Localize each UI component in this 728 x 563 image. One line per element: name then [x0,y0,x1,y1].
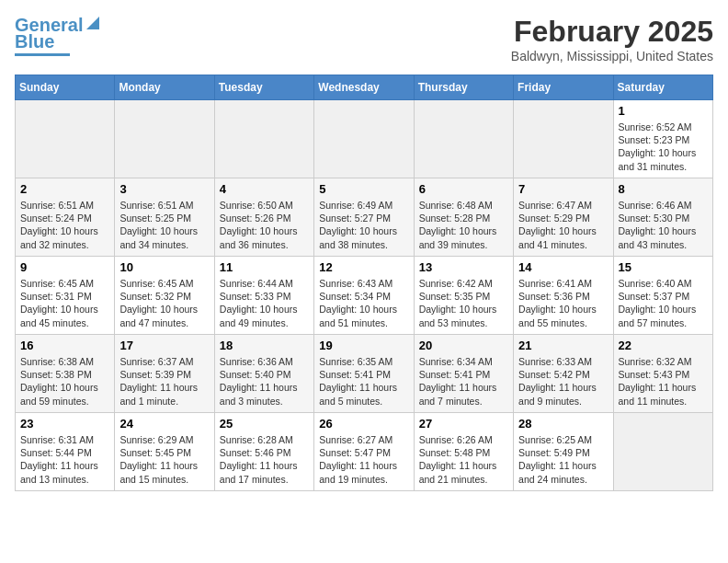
day-number: 2 [20,182,109,196]
day-cell-20: 20Sunrise: 6:34 AM Sunset: 5:41 PM Dayli… [414,335,513,413]
day-number: 4 [220,182,309,196]
day-cell-27: 27Sunrise: 6:26 AM Sunset: 5:48 PM Dayli… [414,413,513,491]
day-number: 26 [319,417,408,431]
day-number: 13 [419,260,508,274]
day-info: Sunrise: 6:50 AM Sunset: 5:26 PM Dayligh… [220,199,309,251]
day-info: Sunrise: 6:41 AM Sunset: 5:36 PM Dayligh… [518,277,608,329]
day-info: Sunrise: 6:49 AM Sunset: 5:27 PM Dayligh… [319,199,408,251]
day-info: Sunrise: 6:31 AM Sunset: 5:44 PM Dayligh… [20,433,109,486]
day-cell-13: 13Sunrise: 6:42 AM Sunset: 5:35 PM Dayli… [414,257,513,335]
day-info: Sunrise: 6:51 AM Sunset: 5:24 PM Dayligh… [20,199,109,251]
day-number: 28 [518,417,608,431]
day-cell-6: 6Sunrise: 6:48 AM Sunset: 5:28 PM Daylig… [414,178,513,257]
day-number: 7 [518,182,608,196]
weekday-header-wednesday: Wednesday [314,75,414,100]
weekday-header-thursday: Thursday [414,75,513,100]
empty-cell [514,100,613,178]
day-number: 12 [319,260,408,274]
week-row-5: 23Sunrise: 6:31 AM Sunset: 5:44 PM Dayli… [16,413,713,491]
day-cell-8: 8Sunrise: 6:46 AM Sunset: 5:30 PM Daylig… [613,178,712,257]
weekday-header-tuesday: Tuesday [214,75,313,100]
day-info: Sunrise: 6:29 AM Sunset: 5:45 PM Dayligh… [119,433,209,486]
week-row-1: 1Sunrise: 6:52 AM Sunset: 5:23 PM Daylig… [16,100,713,178]
day-cell-5: 5Sunrise: 6:49 AM Sunset: 5:27 PM Daylig… [314,178,414,257]
logo-blue-text: Blue [15,31,54,52]
day-number: 22 [619,339,708,352]
empty-cell [613,413,712,491]
day-info: Sunrise: 6:40 AM Sunset: 5:37 PM Dayligh… [619,277,708,329]
day-cell-14: 14Sunrise: 6:41 AM Sunset: 5:36 PM Dayli… [514,257,613,335]
day-info: Sunrise: 6:48 AM Sunset: 5:28 PM Dayligh… [419,199,508,251]
empty-cell [115,100,214,178]
calendar-title-block: February 2025 Baldwyn, Mississippi, Unit… [511,15,713,63]
day-cell-17: 17Sunrise: 6:37 AM Sunset: 5:39 PM Dayli… [115,335,214,413]
day-number: 9 [20,260,109,274]
day-info: Sunrise: 6:52 AM Sunset: 5:23 PM Dayligh… [619,121,708,173]
day-cell-21: 21Sunrise: 6:33 AM Sunset: 5:42 PM Dayli… [514,335,613,413]
empty-cell [214,100,313,178]
week-row-3: 9Sunrise: 6:45 AM Sunset: 5:31 PM Daylig… [16,257,713,335]
day-cell-16: 16Sunrise: 6:38 AM Sunset: 5:38 PM Dayli… [16,335,115,413]
day-number: 15 [619,260,708,274]
day-number: 20 [419,339,508,352]
day-number: 23 [20,417,109,431]
day-info: Sunrise: 6:45 AM Sunset: 5:31 PM Dayligh… [20,277,109,329]
location-subtitle: Baldwyn, Mississippi, United States [511,49,713,63]
day-info: Sunrise: 6:47 AM Sunset: 5:29 PM Dayligh… [518,199,608,251]
day-info: Sunrise: 6:46 AM Sunset: 5:30 PM Dayligh… [619,199,708,251]
logo-underline [15,53,70,56]
day-info: Sunrise: 6:27 AM Sunset: 5:47 PM Dayligh… [319,433,408,486]
day-info: Sunrise: 6:38 AM Sunset: 5:38 PM Dayligh… [20,355,109,408]
day-info: Sunrise: 6:43 AM Sunset: 5:34 PM Dayligh… [319,277,408,329]
weekday-header-friday: Friday [514,75,613,100]
day-number: 3 [119,182,209,196]
day-number: 11 [220,260,309,274]
day-info: Sunrise: 6:28 AM Sunset: 5:46 PM Dayligh… [220,433,309,486]
day-number: 14 [518,260,608,274]
day-cell-2: 2Sunrise: 6:51 AM Sunset: 5:24 PM Daylig… [16,178,115,257]
day-cell-19: 19Sunrise: 6:35 AM Sunset: 5:41 PM Dayli… [314,335,414,413]
logo: General Blue [15,15,101,56]
day-number: 1 [619,104,708,118]
day-info: Sunrise: 6:26 AM Sunset: 5:48 PM Dayligh… [419,433,508,486]
day-info: Sunrise: 6:33 AM Sunset: 5:42 PM Dayligh… [518,355,608,408]
weekday-header-row: SundayMondayTuesdayWednesdayThursdayFrid… [16,75,713,100]
day-cell-11: 11Sunrise: 6:44 AM Sunset: 5:33 PM Dayli… [214,257,313,335]
day-number: 16 [20,339,109,352]
day-number: 24 [119,417,209,431]
day-number: 10 [119,260,209,274]
day-info: Sunrise: 6:36 AM Sunset: 5:40 PM Dayligh… [220,355,309,408]
day-info: Sunrise: 6:51 AM Sunset: 5:25 PM Dayligh… [119,199,209,251]
empty-cell [314,100,414,178]
day-cell-25: 25Sunrise: 6:28 AM Sunset: 5:46 PM Dayli… [214,413,313,491]
day-cell-26: 26Sunrise: 6:27 AM Sunset: 5:47 PM Dayli… [314,413,414,491]
day-number: 25 [220,417,309,431]
day-info: Sunrise: 6:45 AM Sunset: 5:32 PM Dayligh… [119,277,209,329]
day-cell-22: 22Sunrise: 6:32 AM Sunset: 5:43 PM Dayli… [613,335,712,413]
day-cell-18: 18Sunrise: 6:36 AM Sunset: 5:40 PM Dayli… [214,335,313,413]
weekday-header-saturday: Saturday [613,75,712,100]
day-info: Sunrise: 6:37 AM Sunset: 5:39 PM Dayligh… [119,355,209,408]
day-info: Sunrise: 6:25 AM Sunset: 5:49 PM Dayligh… [518,433,608,486]
day-info: Sunrise: 6:42 AM Sunset: 5:35 PM Dayligh… [419,277,508,329]
week-row-4: 16Sunrise: 6:38 AM Sunset: 5:38 PM Dayli… [16,335,713,413]
weekday-header-monday: Monday [115,75,214,100]
day-cell-28: 28Sunrise: 6:25 AM Sunset: 5:49 PM Dayli… [514,413,613,491]
day-number: 19 [319,339,408,352]
empty-cell [16,100,115,178]
day-cell-24: 24Sunrise: 6:29 AM Sunset: 5:45 PM Dayli… [115,413,214,491]
weekday-header-sunday: Sunday [16,75,115,100]
day-cell-15: 15Sunrise: 6:40 AM Sunset: 5:37 PM Dayli… [613,257,712,335]
logo-arrow-icon [85,15,101,31]
day-number: 27 [419,417,508,431]
day-cell-1: 1Sunrise: 6:52 AM Sunset: 5:23 PM Daylig… [613,100,712,178]
day-number: 21 [518,339,608,352]
day-cell-7: 7Sunrise: 6:47 AM Sunset: 5:29 PM Daylig… [514,178,613,257]
page-header: General Blue February 2025 Baldwyn, Miss… [15,15,713,63]
day-info: Sunrise: 6:32 AM Sunset: 5:43 PM Dayligh… [619,355,708,408]
month-title: February 2025 [511,15,713,49]
calendar-table: SundayMondayTuesdayWednesdayThursdayFrid… [15,75,713,491]
day-cell-23: 23Sunrise: 6:31 AM Sunset: 5:44 PM Dayli… [16,413,115,491]
day-cell-3: 3Sunrise: 6:51 AM Sunset: 5:25 PM Daylig… [115,178,214,257]
day-number: 6 [419,182,508,196]
